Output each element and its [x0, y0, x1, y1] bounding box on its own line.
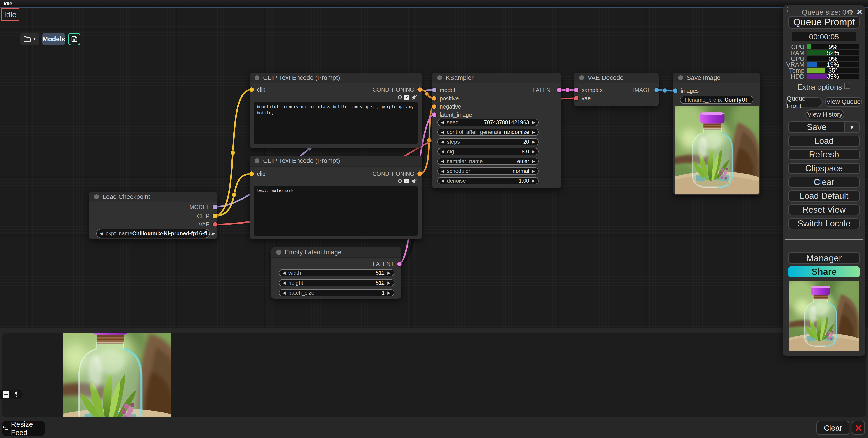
settings-gear-icon[interactable]: ⚙ — [847, 8, 854, 17]
checkbox-checked-icon[interactable]: ✓ — [404, 95, 409, 100]
collapse-dot-icon[interactable] — [276, 250, 281, 255]
batch-size-widget[interactable]: ◀batch_size1▶ — [279, 289, 394, 296]
collapse-dot-icon[interactable] — [254, 158, 259, 163]
share-button[interactable]: Share — [788, 266, 860, 278]
radio-icon[interactable] — [398, 179, 402, 183]
node-clip-text-encode-negative[interactable]: CLIP Text Encode (Prompt) clip CONDITION… — [250, 156, 422, 239]
node-title-bar[interactable]: CLIP Text Encode (Prompt) — [250, 156, 422, 167]
mute-speaker-icon[interactable] — [411, 94, 417, 100]
node-title-bar[interactable]: KSampler — [432, 72, 561, 84]
load-default-button[interactable]: Load Default — [788, 191, 860, 202]
prev-arrow-icon[interactable]: ◀ — [441, 169, 444, 174]
collapse-dot-icon[interactable] — [437, 75, 442, 80]
workflow-folder-button[interactable]: ▼ — [20, 33, 39, 45]
steps-widget[interactable]: ◀steps20▶ — [437, 138, 539, 145]
node-clip-text-encode-positive[interactable]: CLIP Text Encode (Prompt) clip CONDITION… — [250, 72, 422, 148]
vae-port-dot[interactable] — [574, 96, 579, 100]
node-title-bar[interactable]: CLIP Text Encode (Prompt) — [250, 72, 422, 84]
conditioning-port-dot[interactable] — [432, 104, 436, 109]
conditioning-port-dot[interactable] — [432, 96, 436, 101]
sidebar-image-preview[interactable] — [789, 281, 859, 351]
mute-speaker-icon[interactable] — [411, 178, 417, 184]
switch-locale-button[interactable]: Switch Locale — [788, 218, 860, 229]
output-latent[interactable]: LATENT — [432, 86, 561, 94]
prev-arrow-icon[interactable]: ◀ — [283, 270, 286, 275]
close-menu-icon[interactable]: ✕ — [857, 8, 863, 16]
prev-arrow-icon[interactable]: ◀ — [441, 120, 444, 125]
filename-prefix-widget[interactable]: filename_prefix ComfyUI — [680, 96, 753, 104]
control-after-generate-widget[interactable]: ◀control_after_generaterandomize▶ — [437, 128, 539, 136]
models-button[interactable]: Models — [42, 33, 65, 45]
prev-arrow-icon[interactable]: ◀ — [100, 231, 103, 236]
output-latent[interactable]: LATENT — [271, 260, 401, 268]
node-title-bar[interactable]: Load Checkpoint — [89, 192, 217, 203]
input-latent-image[interactable]: latent_image — [432, 111, 561, 119]
next-arrow-icon[interactable]: ▶ — [212, 231, 215, 236]
node-save-image[interactable]: Save Image images filename_prefix ComfyU… — [673, 72, 760, 195]
output-model[interactable]: MODEL — [89, 203, 217, 211]
clear-feed-button[interactable]: Clear — [816, 421, 849, 435]
prompt-textarea[interactable]: text, watermark — [254, 185, 418, 236]
queue-front-button[interactable]: Queue Front — [786, 97, 823, 107]
next-arrow-icon[interactable]: ▶ — [532, 178, 535, 183]
model-port-dot[interactable] — [213, 205, 217, 209]
extra-options-checkbox[interactable] — [844, 83, 850, 89]
load-button[interactable]: Load — [788, 136, 860, 147]
node-ksampler[interactable]: KSampler model positive negative latent_… — [432, 72, 561, 188]
reset-view-button[interactable]: Reset View — [788, 204, 860, 215]
output-conditioning[interactable]: CONDITIONING — [250, 86, 422, 94]
checkbox-checked-icon[interactable]: ✓ — [404, 178, 409, 183]
close-feed-button[interactable]: ✕ — [852, 421, 865, 435]
output-vae[interactable]: VAE — [89, 221, 217, 229]
clear-button[interactable]: Clear — [788, 177, 860, 188]
next-arrow-icon[interactable]: ▶ — [388, 290, 391, 295]
input-positive[interactable]: positive — [432, 94, 561, 103]
output-image[interactable]: IMAGE — [574, 86, 659, 94]
prev-arrow-icon[interactable]: ◀ — [441, 129, 444, 135]
prev-arrow-icon[interactable]: ◀ — [283, 290, 286, 295]
node-load-checkpoint[interactable]: Load Checkpoint MODEL CLIP VAE ◀ ckpt_na… — [89, 192, 217, 239]
ckpt-name-widget[interactable]: ◀ ckpt_name Chilloutmix-Ni-pruned-fp16-f… — [96, 229, 210, 238]
next-arrow-icon[interactable]: ▶ — [388, 280, 391, 285]
latent-port-dot[interactable] — [432, 112, 436, 117]
prev-arrow-icon[interactable]: ◀ — [283, 280, 286, 285]
clip-port-dot[interactable] — [213, 214, 217, 218]
input-images[interactable]: images — [673, 87, 760, 95]
clipspace-button[interactable]: Clipspace — [788, 163, 860, 174]
latent-port-dot[interactable] — [397, 262, 402, 266]
output-conditioning[interactable]: CONDITIONING — [250, 170, 422, 178]
output-clip[interactable]: CLIP — [89, 212, 217, 220]
feed-image[interactable] — [63, 333, 171, 417]
sampler-name-widget[interactable]: ◀sampler_nameeuler▶ — [437, 158, 539, 165]
node-vae-decode[interactable]: VAE Decode samples vae IMAGE — [574, 72, 659, 106]
next-arrow-icon[interactable]: ▶ — [532, 149, 535, 154]
manager-button[interactable]: Manager — [788, 253, 860, 264]
next-arrow-icon[interactable]: ▶ — [388, 270, 391, 275]
collapse-dot-icon[interactable] — [678, 75, 683, 80]
generated-image-preview[interactable] — [675, 106, 759, 194]
denoise-widget[interactable]: ◀denoise1.00▶ — [437, 177, 539, 184]
conditioning-port-dot[interactable] — [417, 172, 422, 176]
seed-widget[interactable]: ◀seed707437001421963▶ — [437, 119, 539, 126]
view-history-button[interactable]: View History — [805, 110, 844, 119]
node-empty-latent-image[interactable]: Empty Latent Image LATENT ◀width512▶ ◀he… — [271, 247, 401, 299]
image-port-dot[interactable] — [673, 88, 677, 93]
input-vae[interactable]: vae — [574, 94, 659, 102]
prev-arrow-icon[interactable]: ◀ — [441, 178, 444, 183]
radio-icon[interactable] — [398, 95, 402, 99]
image-port-dot[interactable] — [654, 88, 659, 92]
save-dropdown[interactable]: ▼ — [844, 122, 859, 133]
height-widget[interactable]: ◀height512▶ — [279, 279, 394, 286]
rocket-icon[interactable] — [13, 391, 19, 398]
latent-port-dot[interactable] — [557, 88, 561, 92]
scheduler-widget[interactable]: ◀schedulernormal▶ — [437, 168, 539, 175]
collapse-dot-icon[interactable] — [94, 194, 99, 199]
queue-prompt-button[interactable]: Queue Prompt — [788, 16, 860, 29]
cfg-widget[interactable]: ◀cfg8.0▶ — [437, 148, 539, 155]
save-button[interactable]: Save ▼ — [788, 121, 860, 133]
prompt-textarea[interactable]: beautiful scenery nature glass bottle la… — [254, 102, 418, 144]
collapse-dot-icon[interactable] — [254, 75, 259, 80]
node-title-bar[interactable]: VAE Decode — [574, 72, 659, 84]
save-workflow-button[interactable] — [68, 33, 81, 45]
next-arrow-icon[interactable]: ▶ — [532, 139, 535, 144]
